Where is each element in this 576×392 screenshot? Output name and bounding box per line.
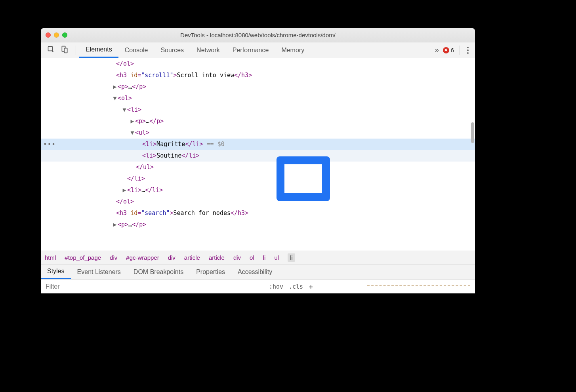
tab-sources[interactable]: Sources <box>154 42 190 58</box>
traffic-lights <box>41 32 67 38</box>
dom-tree-node[interactable]: <li>Soutine</li> <box>41 150 475 162</box>
selected-node-indicator-icon: ••• <box>43 139 56 150</box>
tab-performance[interactable]: Performance <box>226 42 275 58</box>
dom-tree-node[interactable]: </ul> <box>41 162 475 173</box>
dom-breadcrumbs: html#top_of_pagediv#gc-wrapperdivarticle… <box>41 251 475 264</box>
dom-tree-node[interactable]: •••<li>Magritte</li> == $0 <box>41 139 475 150</box>
expand-collapse-icon[interactable]: ▼ <box>122 105 127 115</box>
breadcrumb-item[interactable]: li <box>263 254 266 261</box>
dom-tree-node[interactable]: ▶<p>…</p> <box>41 219 475 230</box>
expand-collapse-icon[interactable]: ▶ <box>112 219 118 230</box>
dom-tree-node[interactable]: ▶<li>…</li> <box>41 185 475 196</box>
error-count: 6 <box>451 47 454 53</box>
expand-collapse-icon[interactable]: ▶ <box>122 185 127 196</box>
toggle-cls-button[interactable]: .cls <box>289 283 303 290</box>
expand-collapse-icon[interactable]: ▼ <box>112 93 118 104</box>
expand-collapse-icon[interactable]: ▼ <box>130 127 135 138</box>
breadcrumb-item[interactable]: article <box>209 254 225 261</box>
expand-collapse-icon[interactable]: ▶ <box>112 82 118 92</box>
dom-tree-node[interactable]: ▼<ul> <box>41 127 475 139</box>
window-maximize-button[interactable] <box>62 32 67 38</box>
subtab-styles[interactable]: Styles <box>41 265 71 279</box>
dom-tree-node[interactable]: </li> <box>41 173 475 185</box>
breadcrumb-item[interactable]: ol <box>250 254 254 261</box>
breadcrumb-item[interactable]: #gc-wrapper <box>126 254 159 261</box>
breadcrumb-item[interactable]: ul <box>274 254 279 261</box>
inspect-element-icon[interactable] <box>47 46 55 55</box>
window-close-button[interactable] <box>46 32 51 38</box>
subtab-properties[interactable]: Properties <box>190 265 231 279</box>
tab-network[interactable]: Network <box>190 42 226 58</box>
box-model-preview <box>367 285 470 288</box>
subtab-dom-breakpoints[interactable]: DOM Breakpoints <box>127 265 190 279</box>
styles-filter-input[interactable] <box>41 280 191 293</box>
titlebar: DevTools - localhost:8080/web/tools/chro… <box>41 28 475 42</box>
tab-elements[interactable]: Elements <box>79 42 118 58</box>
window-title: DevTools - localhost:8080/web/tools/chro… <box>41 32 475 38</box>
subtab-event-listeners[interactable]: Event Listeners <box>71 265 127 279</box>
breadcrumb-item[interactable]: #top_of_page <box>65 254 101 261</box>
expand-collapse-icon[interactable]: ▶ <box>130 116 135 127</box>
error-icon: ✕ <box>443 47 449 53</box>
breadcrumb-item[interactable]: div <box>233 254 241 261</box>
breadcrumb-item[interactable]: article <box>184 254 200 261</box>
device-toolbar-icon[interactable] <box>61 46 69 55</box>
subtab-accessibility[interactable]: Accessibility <box>231 265 278 279</box>
styles-filter-row: :hov .cls + <box>41 279 475 293</box>
error-counter[interactable]: ✕ 6 <box>443 47 454 53</box>
more-tabs-icon[interactable]: » <box>435 46 439 54</box>
elements-dom-tree[interactable]: ▶<li>…</li></ol><h3 id="scroll1">Scroll … <box>41 58 475 251</box>
dom-tree-node[interactable]: ▶<p>…</p> <box>41 81 475 93</box>
dom-tree-node[interactable]: ▶<p>…</p> <box>41 116 475 127</box>
devtools-window: DevTools - localhost:8080/web/tools/chro… <box>41 28 475 293</box>
window-minimize-button[interactable] <box>54 32 59 38</box>
breadcrumb-item[interactable]: html <box>45 254 56 261</box>
styles-subtabs: StylesEvent ListenersDOM BreakpointsProp… <box>41 264 475 279</box>
dom-tree-node[interactable]: </ol> <box>41 196 475 207</box>
vertical-scrollbar[interactable] <box>471 122 474 143</box>
tab-memory[interactable]: Memory <box>275 42 311 58</box>
breadcrumb-item[interactable]: div <box>110 254 117 261</box>
settings-menu-icon[interactable] <box>465 45 470 55</box>
svg-rect-2 <box>64 48 67 53</box>
dom-tree-node[interactable]: ▼<li> <box>41 104 475 116</box>
dom-tree-node[interactable]: </ol> <box>41 58 475 70</box>
dom-tree-node[interactable]: ▼<ol> <box>41 93 475 104</box>
new-style-rule-button[interactable]: + <box>309 282 313 291</box>
breadcrumb-item[interactable]: div <box>168 254 175 261</box>
dom-tree-node[interactable]: <h3 id="search">Search for nodes</h3> <box>41 207 475 219</box>
main-toolbar: ElementsConsoleSourcesNetworkPerformance… <box>41 42 475 58</box>
toggle-hov-button[interactable]: :hov <box>269 283 283 290</box>
dom-tree-node[interactable]: <h3 id="scroll1">Scroll into view</h3> <box>41 70 475 81</box>
tab-console[interactable]: Console <box>118 42 154 58</box>
breadcrumb-item[interactable]: li <box>288 253 295 262</box>
main-tabs: ElementsConsoleSourcesNetworkPerformance… <box>79 42 311 58</box>
